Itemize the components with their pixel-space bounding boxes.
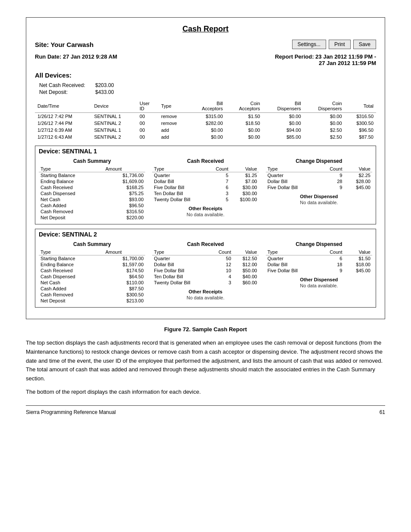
summary-cell: $316.50 <box>345 113 376 120</box>
summary-cell: 00 <box>137 134 159 140</box>
device2-other-receipts-title: Other Receipts <box>152 289 258 294</box>
table-cell: $220.00 <box>104 215 146 221</box>
device2-inner: Cash Summary Type Amount Starting Balanc… <box>35 241 376 304</box>
net-deposit-row: Net Deposit: $433.00 <box>39 89 376 95</box>
device1-cash-summary-title: Cash Summary <box>39 158 145 164</box>
report-container: Cash Report Site: Your Carwash Settings.… <box>26 17 385 319</box>
device2-change-dispensed-table: Type Count Value Quarter6$1.50Dollar Bil… <box>266 249 372 274</box>
col-type: Type <box>159 100 188 113</box>
table-cell: $75.25 <box>104 190 146 196</box>
summary-cell: $0.00 <box>304 113 345 120</box>
table-row: Quarter50$12.50 <box>152 255 258 262</box>
summary-cell: $0.00 <box>263 120 304 127</box>
summary-cell: $0.00 <box>225 127 262 134</box>
table-cell: 3 <box>210 280 233 286</box>
cd1-type-col: Type <box>266 166 319 172</box>
table-cell: Twenty Dollar Bill <box>152 196 208 202</box>
body-paragraph-2: The bottom of the report displays the ca… <box>26 388 385 397</box>
table-cell: Ten Dollar Bill <box>152 190 208 196</box>
table-row: Starting Balance$1,700.00 <box>39 255 145 262</box>
table-row: Ending Balance$1,609.00 <box>39 178 145 184</box>
header-buttons: Settings... Print Save <box>292 40 376 49</box>
table-cell: 6 <box>208 184 230 190</box>
table-cell: 12 <box>210 261 233 268</box>
table-cell: Dollar Bill <box>266 261 319 268</box>
cd1-count-col: Count <box>319 166 344 172</box>
summary-cell: SENTINAL 2 <box>91 120 137 127</box>
summary-row: 1/26/12 7:44 PMSENTINAL 200remove$282.00… <box>35 120 376 127</box>
manual-name: Sierra Programming Reference Manual <box>26 409 116 415</box>
table-cell: Net Deposit <box>39 215 104 221</box>
report-period: Report Period: 23 Jan 2012 11:59 PM - 27… <box>275 53 376 66</box>
cs2-amount-col: Amount <box>104 249 146 255</box>
device1-inner: Cash Summary Type Amount Starting Balanc… <box>35 158 376 221</box>
col-userid: UserID <box>137 100 159 113</box>
table-row: Ten Dollar Bill4$40.00 <box>152 274 258 280</box>
summary-table: Date/Time Device UserID Type BillAccepto… <box>35 100 376 140</box>
table-row: Ten Dollar Bill3$30.00 <box>152 190 258 196</box>
table-row: Cash Added$87.50 <box>39 286 145 292</box>
table-cell: 9 <box>319 184 344 190</box>
table-row: Five Dollar Bill6$30.00 <box>152 184 258 190</box>
table-cell: Ending Balance <box>39 261 104 268</box>
device1-cash-summary-col: Cash Summary Type Amount Starting Balanc… <box>39 158 145 221</box>
table-cell: Cash Added <box>39 202 104 208</box>
summary-cell: remove <box>159 120 188 127</box>
summary-cell: 1/27/12 6:43 AM <box>35 134 91 140</box>
table-cell: Net Cash <box>39 280 104 286</box>
device2-other-receipts-nodata: No data available. <box>152 295 258 300</box>
table-row: Dollar Bill18$18.00 <box>266 261 372 268</box>
table-row: Dollar Bill28$28.00 <box>266 178 372 184</box>
table-cell: 28 <box>319 178 344 184</box>
cr2-value-col: Value <box>233 249 259 255</box>
summary-cell: $1.50 <box>225 113 262 120</box>
table-cell: Dollar Bill <box>152 178 208 184</box>
summary-cell: $0.00 <box>188 127 225 134</box>
summary-cell: $0.00 <box>188 134 225 140</box>
table-cell: Quarter <box>152 255 209 262</box>
cd2-count-col: Count <box>319 249 344 255</box>
table-cell: $1,736.00 <box>104 172 146 179</box>
table-cell: $45.00 <box>344 268 372 274</box>
page-footer: Sierra Programming Reference Manual 61 <box>26 405 385 415</box>
summary-cell: remove <box>159 113 188 120</box>
table-cell: $316.50 <box>104 208 146 215</box>
settings-button[interactable]: Settings... <box>292 40 326 49</box>
net-info: Net Cash Received: $203.00 Net Deposit: … <box>39 82 376 95</box>
table-cell: $30.00 <box>230 190 259 196</box>
device1-change-dispensed-title: Change Dispensed <box>266 158 372 164</box>
save-button[interactable]: Save <box>353 40 376 49</box>
net-deposit-label: Net Deposit: <box>39 89 87 95</box>
table-cell: Quarter <box>266 255 319 262</box>
table-row: Twenty Dollar Bill5$100.00 <box>152 196 258 202</box>
device1-other-dispensed-title: Other Dispensed <box>266 194 372 199</box>
col-bill-dispensers: BillDispensers <box>263 100 304 113</box>
table-row: Quarter5$1.25 <box>152 172 258 179</box>
summary-row: 1/26/12 7:42 PMSENTINAL 100remove$315.00… <box>35 113 376 120</box>
table-row: Cash Received$168.25 <box>39 184 145 190</box>
print-button[interactable]: Print <box>329 40 351 49</box>
device2-change-dispensed-title: Change Dispensed <box>266 241 372 247</box>
net-cash-label: Net Cash Received: <box>39 82 87 88</box>
table-cell: Cash Received <box>39 184 104 190</box>
summary-cell: $87.50 <box>345 134 376 140</box>
table-row: Net Deposit$213.00 <box>39 298 145 304</box>
device1-other-receipts-nodata: No data available. <box>152 212 258 217</box>
table-cell: $1,597.00 <box>104 261 146 268</box>
cd1-value-col: Value <box>344 166 372 172</box>
summary-cell: $0.00 <box>225 134 262 140</box>
table-row: Cash Removed$316.50 <box>39 208 145 215</box>
site-name: Site: Your Carwash <box>35 41 93 48</box>
table-cell: $1,700.00 <box>104 255 146 262</box>
summary-cell: add <box>159 134 188 140</box>
table-cell: Ten Dollar Bill <box>152 274 209 280</box>
table-cell: $1.50 <box>344 255 372 262</box>
table-cell: $12.50 <box>233 255 259 262</box>
summary-cell: SENTINAL 1 <box>91 127 137 134</box>
table-cell: Cash Received <box>39 268 104 274</box>
table-row: Net Cash$93.00 <box>39 196 145 202</box>
table-cell: $100.00 <box>230 196 259 202</box>
report-title: Cash Report <box>35 25 376 34</box>
table-cell: Dollar Bill <box>152 261 209 268</box>
device2-title: Device: SENTINAL 2 <box>35 229 376 240</box>
